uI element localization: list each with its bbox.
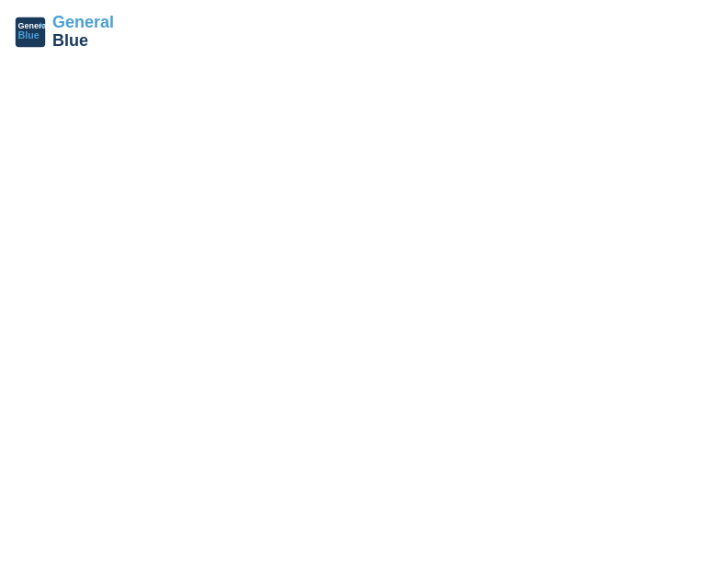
svg-text:Blue: Blue bbox=[18, 29, 40, 40]
logo-text: GeneralBlue bbox=[52, 14, 114, 51]
page-header: General Blue GeneralBlue bbox=[14, 14, 714, 51]
logo-icon: General Blue bbox=[14, 16, 47, 49]
logo: General Blue GeneralBlue bbox=[14, 14, 114, 51]
